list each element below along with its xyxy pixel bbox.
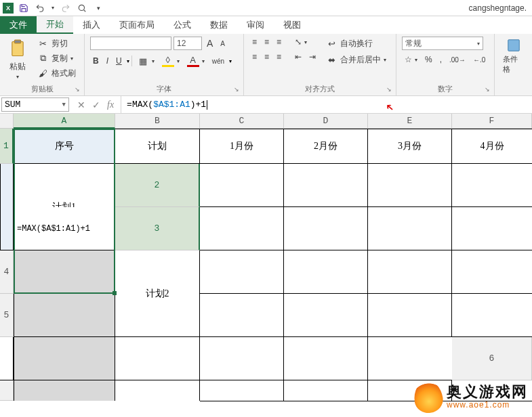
select-all-corner[interactable] bbox=[0, 114, 14, 129]
align-middle-button[interactable]: ≡ bbox=[262, 37, 272, 47]
fill-color-button[interactable]: ◊▾ bbox=[159, 54, 182, 68]
cell-F6[interactable] bbox=[452, 401, 532, 401]
align-right-button[interactable]: ≡ bbox=[274, 51, 284, 62]
cell-D7[interactable] bbox=[0, 337, 14, 380]
number-dialog-launcher-icon[interactable]: ↘ bbox=[485, 86, 493, 94]
cell-A3-editing[interactable]: =MAX($A$1:A1)+1 bbox=[14, 207, 115, 250]
cell-D2[interactable] bbox=[284, 164, 368, 207]
cell-A7[interactable] bbox=[14, 380, 115, 401]
col-header-D[interactable]: D bbox=[284, 114, 368, 129]
alignment-dialog-launcher-icon[interactable]: ↘ bbox=[386, 86, 394, 94]
save-icon[interactable] bbox=[18, 2, 30, 14]
clipboard-dialog-launcher-icon[interactable]: ↘ bbox=[75, 86, 83, 94]
tab-data[interactable]: 数据 bbox=[201, 16, 237, 34]
cell-E5[interactable] bbox=[368, 294, 452, 337]
row-header-1[interactable]: 1 bbox=[0, 129, 14, 164]
cell-C4[interactable] bbox=[200, 250, 284, 294]
cell-D4[interactable] bbox=[284, 250, 368, 294]
cell-F5[interactable] bbox=[452, 294, 532, 337]
increase-indent-button[interactable]: ⇥ bbox=[306, 51, 319, 62]
comma-button[interactable]: , bbox=[437, 54, 445, 65]
increase-decimal-button[interactable]: .00→ bbox=[447, 56, 468, 64]
row-header-7[interactable] bbox=[0, 380, 14, 401]
cell-C6[interactable] bbox=[200, 401, 284, 401]
cell-A1[interactable]: 序号 bbox=[14, 129, 115, 164]
align-left-button[interactable]: ≡ bbox=[249, 51, 260, 62]
grow-font-button[interactable]: A bbox=[204, 37, 216, 49]
tab-view[interactable]: 视图 bbox=[274, 16, 310, 34]
cell-F1[interactable]: 4月份 bbox=[452, 129, 532, 164]
cell-E2[interactable] bbox=[368, 164, 452, 207]
row-header-6[interactable]: 6 bbox=[452, 337, 532, 380]
cell-C3[interactable] bbox=[200, 207, 284, 250]
cell-D8[interactable] bbox=[284, 380, 368, 401]
qat-customize-icon[interactable]: ▾ bbox=[92, 2, 104, 14]
format-painter-button[interactable]: 🖌 格式刷 bbox=[34, 66, 79, 80]
col-header-A[interactable]: A bbox=[14, 114, 115, 129]
wrap-text-button[interactable]: ↩ 自动换行 bbox=[323, 37, 389, 50]
insert-function-button[interactable]: fx bbox=[107, 100, 114, 110]
tab-home[interactable]: 开始 bbox=[37, 16, 73, 34]
col-header-B[interactable]: B bbox=[115, 114, 200, 129]
cell-B1[interactable]: 计划 bbox=[115, 129, 200, 164]
row-header-3[interactable]: 3 bbox=[115, 207, 200, 250]
bold-button[interactable]: B bbox=[90, 56, 102, 66]
cell-D1[interactable]: 2月份 bbox=[284, 129, 368, 164]
name-box[interactable]: SUM ▼ bbox=[1, 97, 69, 112]
cell-E4[interactable] bbox=[368, 250, 452, 294]
font-name-select[interactable] bbox=[90, 37, 171, 50]
cell-F3[interactable] bbox=[452, 207, 532, 250]
redo-icon[interactable] bbox=[60, 2, 72, 14]
align-center-button[interactable]: ≡ bbox=[262, 51, 272, 62]
italic-button[interactable]: I bbox=[104, 56, 111, 66]
formula-input[interactable]: =MAX($A$1:A1)+1 ➔ bbox=[121, 96, 532, 113]
cell-A4[interactable] bbox=[14, 250, 115, 294]
underline-button[interactable]: U bbox=[113, 56, 125, 66]
tab-file[interactable]: 文件 bbox=[0, 16, 37, 34]
cut-button[interactable]: ✂ 剪切 bbox=[34, 37, 79, 50]
cell-A5[interactable] bbox=[14, 294, 115, 337]
cancel-formula-button[interactable]: ✕ bbox=[77, 100, 85, 110]
cell-C1[interactable]: 1月份 bbox=[200, 129, 284, 164]
cell-B6[interactable] bbox=[115, 337, 200, 380]
cell-C2[interactable] bbox=[200, 164, 284, 207]
align-bottom-button[interactable]: ≡ bbox=[274, 37, 284, 47]
cell-A6[interactable] bbox=[14, 337, 115, 380]
orientation-button[interactable]: ⤡▾ bbox=[292, 37, 310, 47]
cell-B7[interactable] bbox=[115, 380, 200, 401]
row-header-2[interactable]: 2 bbox=[115, 164, 200, 207]
decrease-indent-button[interactable]: ⇤ bbox=[292, 51, 304, 62]
align-top-button[interactable]: ≡ bbox=[249, 37, 260, 47]
col-header-F[interactable]: F bbox=[452, 114, 532, 129]
enter-formula-button[interactable]: ✓ bbox=[92, 100, 100, 110]
tab-insert[interactable]: 插入 bbox=[73, 16, 110, 34]
cell-F2[interactable] bbox=[452, 164, 532, 207]
conditional-formatting-button[interactable]: 条件格 bbox=[500, 37, 527, 76]
touch-mode-icon[interactable] bbox=[76, 2, 88, 14]
phonetic-button[interactable]: wén bbox=[209, 57, 227, 66]
cell-F8[interactable] bbox=[452, 380, 532, 401]
copy-button[interactable]: ⧉ 复制 ▾ bbox=[34, 51, 79, 65]
percent-button[interactable]: % bbox=[422, 54, 435, 65]
tab-formulas[interactable]: 公式 bbox=[164, 16, 201, 34]
cell-E3[interactable] bbox=[368, 207, 452, 250]
cell-D5[interactable] bbox=[284, 294, 368, 337]
chevron-down-icon[interactable]: ▾ bbox=[229, 58, 232, 64]
tab-page-layout[interactable]: 页面布局 bbox=[110, 16, 164, 34]
number-format-select[interactable]: 常规 ▾ bbox=[402, 37, 483, 50]
row-header-5[interactable]: 5 bbox=[0, 294, 14, 337]
col-header-E[interactable]: E bbox=[368, 114, 452, 129]
cell-E1[interactable]: 3月份 bbox=[368, 129, 452, 164]
chevron-down-icon[interactable]: ▼ bbox=[62, 102, 66, 108]
cell-B4-B5[interactable]: 计划2 bbox=[115, 250, 200, 337]
cell-F4[interactable] bbox=[452, 250, 532, 294]
cell-C5[interactable] bbox=[200, 294, 284, 337]
row-header-4[interactable]: 4 bbox=[0, 250, 14, 294]
cell-F7[interactable] bbox=[368, 337, 452, 380]
font-dialog-launcher-icon[interactable]: ↘ bbox=[234, 86, 242, 94]
cell-E8[interactable] bbox=[368, 380, 452, 401]
cell-C7[interactable] bbox=[200, 337, 284, 380]
cell-D3[interactable] bbox=[284, 207, 368, 250]
cell-D6[interactable] bbox=[284, 401, 368, 401]
cell-E7[interactable] bbox=[284, 337, 368, 380]
